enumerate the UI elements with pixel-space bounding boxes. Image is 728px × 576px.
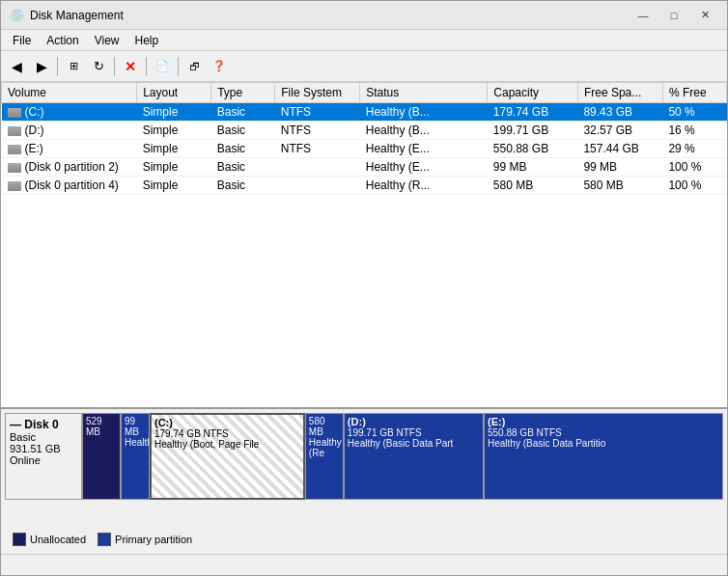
cell-freespace: 89.43 GB [577, 103, 662, 122]
toolbar-separator-3 [146, 57, 147, 76]
col-freepct[interactable]: % Free [662, 83, 726, 103]
cell-status: Healthy (B... [360, 122, 488, 140]
help-button[interactable]: ❓ [208, 55, 231, 78]
cell-freespace: 32.57 GB [577, 122, 662, 140]
new-window-button[interactable]: 🗗 [182, 55, 206, 78]
col-freespace[interactable]: Free Spa... [577, 83, 662, 103]
cell-capacity: 580 MB [488, 177, 578, 195]
properties-button[interactable]: 📄 [151, 55, 174, 78]
table-header-row: Volume Layout Type File System Status Ca… [2, 83, 727, 103]
col-capacity[interactable]: Capacity [488, 83, 578, 103]
cell-capacity: 179.74 GB [488, 103, 578, 122]
cell-type: Basic [211, 177, 275, 195]
cell-status: Healthy (E... [360, 140, 488, 158]
cell-volume: (E:) [2, 140, 137, 158]
cell-freespace: 99 MB [577, 158, 662, 177]
cell-volume: (Disk 0 partition 2) [2, 158, 137, 177]
legend-area: Unallocated Primary partition [5, 529, 723, 550]
col-filesystem[interactable]: File System [275, 83, 360, 103]
toolbar-separator-2 [114, 57, 115, 76]
cell-status: Healthy (E... [360, 158, 488, 177]
refresh-button[interactable]: ↻ [87, 55, 110, 78]
col-volume[interactable]: Volume [2, 83, 137, 103]
delete-button[interactable]: ✕ [119, 55, 142, 78]
cell-volume: (D:) [2, 122, 137, 140]
disk-0-row: — Disk 0 Basic 931.51 GB Online 529 MB 9… [5, 413, 723, 500]
menu-action[interactable]: Action [39, 32, 86, 49]
disk-map-area: — Disk 0 Basic 931.51 GB Online 529 MB 9… [1, 409, 727, 554]
partition-size-label: 179.74 GB NTFS [154, 428, 300, 439]
legend-primary-label: Primary partition [115, 534, 192, 545]
primary-swatch [98, 533, 111, 546]
toolbar-separator-1 [57, 57, 58, 76]
cell-layout: Simple [137, 122, 211, 140]
volume-icon [8, 126, 21, 136]
cell-layout: Simple [137, 177, 211, 195]
table-row[interactable]: (E:)SimpleBasicNTFSHealthy (E...550.88 G… [2, 140, 727, 158]
cell-filesystem: NTFS [275, 140, 360, 158]
cell-capacity: 199.71 GB [488, 122, 578, 140]
cell-capacity: 99 MB [488, 158, 578, 177]
partition-d[interactable]: (D:) 199.71 GB NTFS Healthy (Basic Data … [344, 413, 484, 500]
menu-view[interactable]: View [87, 32, 127, 49]
cell-status: Healthy (B... [360, 103, 488, 122]
view-button[interactable]: ⊞ [62, 55, 85, 78]
col-type[interactable]: Type [211, 83, 275, 103]
legend-unallocated: Unallocated [13, 533, 86, 546]
forward-button[interactable]: ▶ [30, 55, 53, 78]
cell-freepct: 16 % [662, 122, 726, 140]
maximize-button[interactable]: □ [659, 5, 688, 26]
disk-name: — Disk 0 [10, 418, 77, 431]
partition-size-label: 550.88 GB NTFS [488, 427, 719, 438]
cell-volume: (Disk 0 partition 4) [2, 177, 137, 195]
table-row[interactable]: (Disk 0 partition 4)SimpleBasicHealthy (… [2, 177, 727, 195]
cell-freepct: 50 % [662, 103, 726, 122]
disk-management-window: 💿 Disk Management — □ ✕ File Action View… [0, 0, 728, 576]
minimize-button[interactable]: — [629, 5, 658, 26]
back-button[interactable]: ◀ [5, 55, 28, 78]
disk-status: Online [10, 454, 77, 466]
partition-map: 529 MB 99 MB Healthy (C:) 179.74 GB NTFS… [82, 413, 723, 500]
window-controls: — □ ✕ [629, 5, 719, 26]
menu-file[interactable]: File [5, 32, 39, 49]
partition-99mb[interactable]: 99 MB Healthy [121, 413, 150, 500]
partition-580mb[interactable]: 580 MB Healthy (Re [305, 413, 344, 500]
partition-status-label: Healthy (Re [309, 437, 340, 458]
partition-unallocated-1[interactable]: 529 MB [82, 413, 121, 500]
title-bar: 💿 Disk Management — □ ✕ [1, 1, 727, 30]
cell-filesystem: NTFS [275, 122, 360, 140]
cell-layout: Simple [137, 103, 211, 122]
close-button[interactable]: ✕ [690, 5, 719, 26]
col-status[interactable]: Status [360, 83, 488, 103]
app-icon: 💿 [9, 8, 24, 23]
disk-type: Basic [10, 431, 77, 443]
col-layout[interactable]: Layout [137, 83, 211, 103]
window-title: Disk Management [30, 9, 629, 22]
cell-type: Basic [211, 140, 275, 158]
partition-name-label: (D:) [348, 416, 480, 427]
volume-icon [8, 145, 21, 154]
cell-volume: (C:) [2, 103, 137, 122]
partition-c[interactable]: (C:) 179.74 GB NTFS Healthy (Boot, Page … [150, 413, 305, 500]
menu-help[interactable]: Help [127, 32, 167, 49]
cell-filesystem [275, 158, 360, 177]
partition-size-label: 529 MB [86, 416, 117, 437]
cell-freespace: 157.44 GB [577, 140, 662, 158]
legend-unallocated-label: Unallocated [30, 534, 86, 545]
cell-type: Basic [211, 122, 275, 140]
cell-layout: Simple [137, 140, 211, 158]
table-row[interactable]: (D:)SimpleBasicNTFSHealthy (B...199.71 G… [2, 122, 727, 140]
cell-layout: Simple [137, 158, 211, 177]
cell-filesystem: NTFS [275, 103, 360, 122]
cell-filesystem [275, 177, 360, 195]
partition-size-label: 99 MB [125, 416, 146, 437]
table-row[interactable]: (Disk 0 partition 2)SimpleBasicHealthy (… [2, 158, 727, 177]
legend-primary: Primary partition [98, 533, 192, 546]
menu-bar: File Action View Help [1, 30, 727, 51]
partition-e[interactable]: (E:) 550.88 GB NTFS Healthy (Basic Data … [484, 413, 723, 500]
partition-name-label: (C:) [154, 417, 300, 428]
cell-freepct: 100 % [662, 177, 726, 195]
cell-status: Healthy (R... [360, 177, 488, 195]
volume-table: Volume Layout Type File System Status Ca… [1, 82, 727, 195]
table-row[interactable]: (C:)SimpleBasicNTFSHealthy (B...179.74 G… [2, 103, 727, 122]
